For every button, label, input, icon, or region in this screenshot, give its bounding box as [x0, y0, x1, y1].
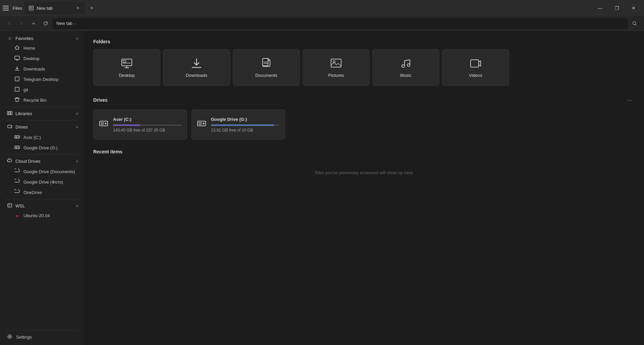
sidebar-item-onedrive[interactable]: OneDrive — [1, 187, 83, 198]
address-bar[interactable]: New tab › — [52, 18, 628, 29]
videos-folder-icon — [470, 57, 482, 69]
sidebar-item-ubuntu[interactable]: ● Ubuntu-20.04 — [1, 211, 83, 220]
up-button[interactable] — [28, 18, 39, 29]
folder-desktop-label: Desktop — [119, 73, 135, 78]
drive-g-free: 13.91 GB free of 15 GB — [211, 128, 279, 133]
tab-files-icon — [29, 5, 34, 11]
sidebar-item-telegram[interactable]: Telegram Desktop — [1, 74, 83, 85]
folder-desktop[interactable]: Desktop — [93, 49, 160, 86]
tabs-area: New tab ✕ + — [22, 0, 592, 16]
sidebar-desktop-label: Desktop — [23, 56, 40, 61]
up-icon — [31, 21, 36, 26]
sidebar-home-label: Home — [23, 46, 35, 51]
maximize-button[interactable]: ❐ — [609, 3, 625, 13]
drives-section-title: Drives — [93, 97, 108, 103]
sidebar-item-acer-c[interactable]: Acer (C:) — [1, 132, 83, 143]
libraries-label: Libraries — [15, 111, 73, 116]
drives-more-button[interactable]: ··· — [625, 95, 635, 105]
sidebar-item-gdrive-photo[interactable]: Google Drive (Фото) — [1, 177, 83, 187]
nav-bar: New tab › — [0, 16, 644, 31]
hamburger-menu[interactable] — [3, 5, 9, 11]
cloud-drives-collapse-icon: ∧ — [76, 159, 78, 163]
svg-point-14 — [11, 126, 11, 127]
settings-icon — [7, 334, 13, 340]
folders-section-header: Folders — [93, 39, 635, 44]
folder-documents-label: Documents — [255, 73, 277, 78]
close-button[interactable]: ✕ — [626, 3, 641, 13]
svg-rect-5 — [15, 56, 19, 59]
sidebar-telegram-label: Telegram Desktop — [23, 77, 59, 82]
tab-close-btn[interactable]: ✕ — [75, 5, 81, 11]
svg-rect-23 — [8, 204, 12, 207]
refresh-icon — [43, 21, 48, 26]
new-tab-button[interactable]: + — [86, 3, 97, 13]
sidebar-downloads-label: Downloads — [23, 66, 45, 71]
svg-rect-11 — [9, 111, 10, 115]
window-controls: — ❐ ✕ — [592, 3, 641, 13]
folder-music-label: Music — [400, 73, 412, 78]
svg-rect-8 — [15, 77, 19, 81]
recycle-bin-icon — [14, 97, 20, 103]
minimize-button[interactable]: — — [592, 3, 608, 13]
drives-section-icon — [7, 124, 13, 130]
folder-music[interactable]: Music — [372, 49, 439, 86]
search-button[interactable] — [629, 18, 640, 29]
drives-collapse-icon: ∧ — [76, 125, 78, 129]
libraries-icon — [7, 110, 13, 117]
forward-icon — [19, 21, 24, 26]
drives-label: Drives — [15, 125, 73, 130]
sidebar-cloud-drives-header[interactable]: Cloud Drives ∧ — [1, 156, 83, 166]
svg-point-44 — [105, 123, 107, 125]
drive-card-acer-c[interactable]: Acer (C:) 143.45 GB free of 237.35 GB — [93, 109, 187, 140]
home-icon — [14, 45, 20, 51]
downloads-icon — [14, 66, 20, 72]
sidebar-divider-3 — [5, 154, 78, 155]
cloud-drives-label: Cloud Drives — [15, 159, 73, 164]
svg-rect-9 — [15, 87, 19, 91]
svg-point-39 — [407, 64, 410, 66]
favorites-icon: ☆ — [7, 36, 13, 41]
svg-rect-40 — [471, 60, 479, 67]
back-button[interactable] — [4, 18, 15, 29]
music-folder-icon — [400, 57, 412, 69]
sidebar-wsl-header[interactable]: WSL ∧ — [1, 201, 83, 211]
drive-c-bar-fill — [113, 125, 140, 126]
sidebar-item-git[interactable]: git — [1, 85, 83, 95]
folder-videos[interactable]: Videos — [442, 49, 509, 86]
sidebar-gdrive-g-label: Google Drive (G:) — [23, 145, 58, 150]
svg-rect-36 — [331, 59, 341, 67]
svg-point-48 — [203, 123, 205, 125]
sidebar-favorites-header[interactable]: ☆ Favorites ∧ — [1, 34, 83, 43]
sidebar-drives-header[interactable]: Drives ∧ — [1, 122, 83, 132]
sidebar-item-gdrive-docs[interactable]: Google Drive (Documents) — [1, 166, 83, 177]
drive-card-gdrive-g[interactable]: Google Drive (G:) 13.91 GB free of 15 GB — [191, 109, 285, 140]
sidebar-item-downloads[interactable]: Downloads — [1, 64, 83, 74]
folder-pictures-label: Pictures — [328, 73, 344, 78]
forward-button[interactable] — [16, 18, 27, 29]
folders-grid: Desktop Downloads — [93, 49, 635, 86]
refresh-button[interactable] — [40, 18, 51, 29]
drive-card-g-icon — [197, 119, 206, 130]
wsl-collapse-icon: ∧ — [76, 204, 78, 208]
favorites-collapse-icon: ∧ — [76, 36, 78, 41]
sidebar-item-gdrive-g[interactable]: Google Drive (G:) — [1, 143, 83, 153]
svg-point-26 — [9, 336, 11, 338]
title-bar-left: Files — [3, 5, 22, 11]
app-title: Files — [13, 6, 22, 11]
drive-g-bar-fill — [211, 125, 274, 126]
telegram-icon — [14, 76, 20, 83]
sidebar-libraries-header[interactable]: Libraries ∧ — [1, 108, 83, 119]
sidebar-item-settings[interactable]: Settings — [1, 332, 83, 342]
folder-downloads[interactable]: Downloads — [163, 49, 230, 86]
sidebar-item-desktop[interactable]: Desktop — [1, 53, 83, 64]
drives-section-header: Drives ··· — [93, 95, 635, 105]
sidebar-item-recycle-bin[interactable]: Recycle Bin — [1, 95, 83, 105]
sidebar-divider-4 — [5, 199, 78, 199]
ubuntu-icon: ● — [14, 213, 20, 218]
folder-pictures[interactable]: Pictures — [303, 49, 370, 86]
folder-documents[interactable]: Documents — [233, 49, 300, 86]
sidebar-item-home[interactable]: Home — [1, 43, 83, 53]
sidebar-divider-settings — [5, 330, 78, 331]
cloud-drives-section-icon — [7, 158, 13, 164]
tab-new-tab[interactable]: New tab ✕ — [24, 2, 85, 14]
